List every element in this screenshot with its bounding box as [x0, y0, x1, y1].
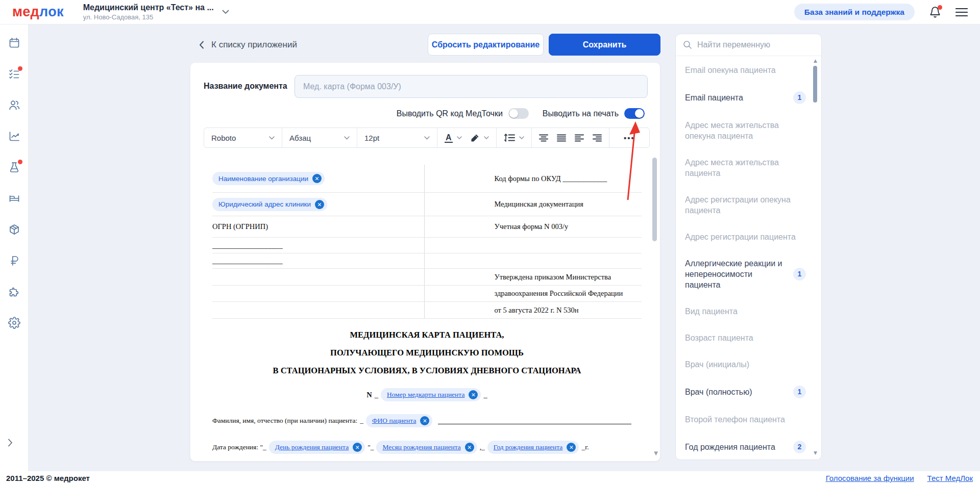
document-canvas[interactable]: Наименование организации✕ Код формы по О… [190, 148, 660, 461]
sidebar-item-analytics[interactable] [8, 130, 20, 142]
copyright-text: 2011–2025 © медрокет [6, 474, 90, 482]
notifications-button[interactable] [929, 6, 941, 18]
lab-badge [18, 160, 22, 164]
variable-chip-legal-address[interactable]: Юридический адрес клиники✕ [212, 198, 327, 211]
panel-scroll-up-arrow[interactable]: ▲ [814, 58, 817, 63]
font-family-select[interactable]: Roboto [204, 128, 282, 147]
clinic-switcher[interactable]: Медицинский центр «Тест» на ... ул. Ново… [83, 3, 229, 21]
clinic-name: Медицинский центр «Тест» на ... [83, 3, 214, 12]
variable-chip-birth-year[interactable]: Год рождения пациента✕ [487, 441, 579, 454]
close-icon[interactable]: ✕ [315, 200, 324, 209]
app-logo: медлок [12, 5, 64, 19]
reset-editing-button[interactable]: Сбросить редактирование [428, 34, 544, 56]
highlight-marker-button[interactable] [470, 133, 480, 143]
table-row: от 5 августа 2022 г. N 530н [212, 302, 642, 319]
calendar-icon [8, 37, 20, 49]
logo-part-red: мед [12, 4, 39, 19]
paragraph-style-select[interactable]: Абзац [282, 128, 357, 147]
variable-chip-birth-day[interactable]: День рождения пациента✕ [269, 441, 365, 454]
search-icon [683, 40, 692, 49]
qr-toggle-group[interactable]: Выводить QR код МедТочки [397, 108, 529, 119]
puzzle-icon [8, 286, 20, 298]
chevron-right-icon [8, 439, 13, 447]
variable-item[interactable]: Email опекуна пациента [685, 65, 806, 75]
qr-toggle-label: Выводить QR код МедТочки [397, 109, 503, 118]
table-row: Юридический адрес клиники✕ Медицинская д… [212, 193, 642, 216]
sidebar-item-tasks[interactable] [8, 68, 20, 80]
align-justify-button[interactable] [557, 134, 566, 142]
qr-toggle-knob [509, 109, 518, 118]
variable-chip-card-number[interactable]: Номер медкарты пациента✕ [381, 388, 481, 401]
variable-search-input[interactable] [697, 40, 814, 49]
align-center-button[interactable] [539, 134, 548, 142]
sidebar-item-calendar[interactable] [8, 37, 20, 49]
sidebar-item-integrations[interactable] [8, 286, 20, 298]
variable-item[interactable]: Адрес регистрации пациента [685, 232, 806, 242]
clinic-address: ул. Ново-Садовая, 135 [83, 13, 214, 21]
close-icon[interactable]: ✕ [469, 390, 478, 399]
variable-item[interactable]: Второй телефон пациента [685, 414, 806, 425]
variable-item[interactable]: Адрес регистрации опекуна пациента [685, 194, 806, 216]
variable-chip-organization[interactable]: Наименование организации✕ [212, 172, 325, 185]
table-row: ___________________ [212, 253, 642, 269]
table-row: ОГРН (ОГРНИП) Учетная форма N 003/у [212, 216, 642, 238]
test-medlock-link[interactable]: Тест МедЛок [927, 474, 973, 482]
sidebar-item-lab[interactable] [8, 161, 20, 173]
close-icon[interactable]: ✕ [420, 416, 429, 425]
usage-count-badge: 1 [793, 91, 806, 104]
sidebar-item-stock[interactable] [8, 223, 20, 236]
align-right-button[interactable] [593, 134, 602, 142]
font-size-select[interactable]: 12pt [357, 128, 437, 147]
line-height-button[interactable] [497, 128, 532, 147]
document-scrollbar-thumb[interactable] [652, 158, 657, 241]
patient-fio-line: Фамилия, имя, отчество (при наличии) пац… [212, 414, 642, 427]
birth-date-line: Дата рождения: "_ День рождения пациента… [212, 441, 642, 454]
variable-item[interactable]: Врач (инициалы) [685, 359, 806, 370]
close-icon[interactable]: ✕ [465, 443, 474, 452]
paragraph-style-value: Абзац [289, 134, 311, 142]
variable-item[interactable]: Аллергические реакции и непереносимости … [685, 258, 806, 290]
document-content: Наименование организации✕ Код формы по О… [212, 148, 642, 454]
save-button[interactable]: Сохранить [549, 34, 660, 56]
sidebar-item-settings[interactable] [8, 317, 20, 329]
variable-item[interactable]: Вид пациента [685, 306, 806, 317]
variable-item[interactable]: Email пациента1 [685, 91, 806, 104]
variable-chip-fio[interactable]: ФИО пациента✕ [366, 414, 432, 427]
print-toggle-switch[interactable] [624, 108, 645, 119]
bed-icon [8, 192, 20, 205]
font-size-value: 12pt [364, 134, 379, 142]
toolbar-more-button[interactable]: ••• [609, 128, 649, 147]
font-color-button[interactable]: A [445, 133, 453, 143]
vote-for-features-link[interactable]: Голосование за функции [826, 474, 914, 482]
panel-scroll-down-arrow[interactable]: ▼ [814, 450, 817, 455]
print-toggle-group[interactable]: Выводить на печать [543, 108, 645, 119]
panel-scrollbar-thumb[interactable] [813, 66, 817, 103]
sidebar-expand-button[interactable] [8, 439, 13, 447]
align-left-button[interactable] [575, 134, 584, 142]
variable-item[interactable]: Возраст пациента [685, 333, 806, 343]
close-icon[interactable]: ✕ [312, 174, 322, 183]
chevron-down-icon[interactable] [457, 136, 462, 139]
document-scroll-down-arrow[interactable]: ▼ [654, 450, 658, 456]
table-row: ___________________ [212, 238, 642, 253]
main-menu-button[interactable] [955, 8, 968, 17]
variable-item[interactable]: Адрес места жительства опекуна пациента [685, 120, 806, 141]
document-name-input[interactable] [295, 75, 648, 98]
variable-item[interactable]: Год рождения пациента2 [685, 441, 806, 453]
sidebar-item-ward[interactable] [8, 192, 20, 205]
close-icon[interactable]: ✕ [353, 443, 362, 452]
variable-item[interactable]: Адрес места жительства пациента [685, 157, 806, 178]
knowledge-base-button[interactable]: База знаний и поддержка [794, 4, 915, 20]
chevron-down-icon[interactable] [484, 136, 489, 139]
document-title-line: В СТАЦИОНАРНЫХ УСЛОВИЯХ, В УСЛОВИЯХ ДНЕВ… [212, 362, 642, 379]
sidebar-item-payments[interactable] [8, 254, 20, 267]
document-name-label: Название документа [204, 82, 287, 91]
qr-toggle-switch[interactable] [508, 108, 529, 119]
variable-item[interactable]: Врач (полностью)1 [685, 386, 806, 398]
sidebar-item-patients[interactable] [8, 99, 20, 111]
table-row: Утверждена приказом Министерства [212, 269, 642, 286]
variable-chip-birth-month[interactable]: Месяц рождения пациента✕ [376, 441, 477, 454]
close-icon[interactable]: ✕ [567, 443, 576, 452]
analytics-icon [8, 130, 20, 142]
back-to-list-link[interactable]: К списку приложений [199, 38, 297, 52]
